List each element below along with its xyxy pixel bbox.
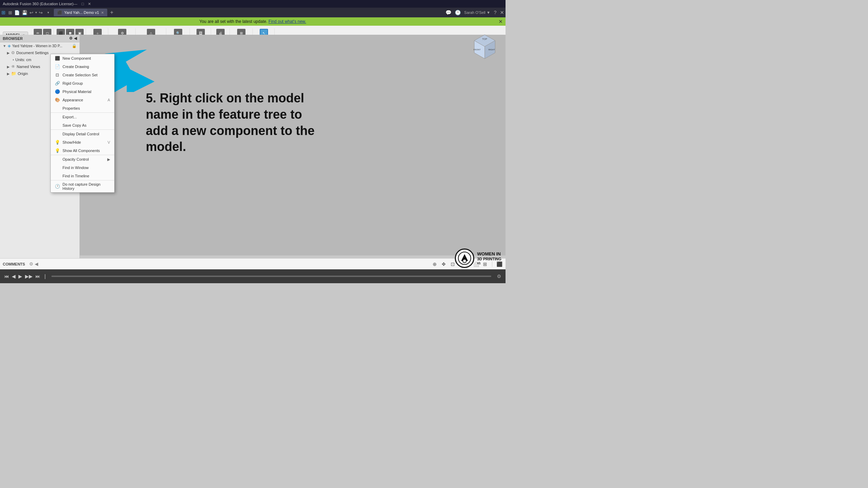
menu-item-create-selection-set[interactable]: ⊡ Create Selection Set	[51, 71, 114, 79]
playback-start-button[interactable]: ⏮	[4, 274, 9, 279]
appearance-icon: 🎨	[55, 98, 60, 102]
menu-item-appearance[interactable]: 🎨 Appearance A	[51, 96, 114, 104]
tab-bar: ⊞ ⊞ 📄 💾 ↩ ▼ ↪ ▼ ⬛ Yard Yah... Demo v1 ✕ …	[0, 8, 506, 17]
tree-label-origin: Origin	[18, 71, 28, 76]
undo-arrow-icon[interactable]: ▼	[35, 11, 37, 14]
menu-item-do-not-capture[interactable]: 🕐 Do not capture Design History	[51, 180, 114, 192]
playback-end-button[interactable]: ⏭	[35, 274, 40, 279]
menu-item-export[interactable]: Export...	[51, 112, 114, 121]
find-window-icon	[55, 165, 60, 170]
tree-lock-icon[interactable]: 🔒	[72, 44, 77, 48]
menu-label-appearance: Appearance	[62, 98, 83, 102]
save-copy-icon	[55, 123, 60, 128]
create-drawing-icon: 📄	[55, 64, 60, 69]
orbit-icon[interactable]: ⊕	[431, 261, 438, 268]
menu-item-physical-material[interactable]: 🔵 Physical Material	[51, 87, 114, 96]
tree-item-root[interactable]: ▼ ◈ Yard Yahtzee - Women in 3D P... 🔒	[0, 42, 80, 49]
quick-access-icon[interactable]: ⊞	[8, 10, 12, 15]
logo-badge: WOMEN IN 3D PRINTING v1	[455, 249, 501, 268]
tree-expand-views[interactable]: ▶	[7, 65, 10, 69]
menu-label-properties: Properties	[62, 106, 80, 110]
menu-label-show-all-components: Show All Components	[62, 149, 100, 153]
properties-icon	[55, 106, 60, 111]
menu-item-properties[interactable]: Properties	[51, 104, 114, 112]
update-message: You are all set with the latest update.	[199, 19, 267, 24]
history-icon: 🕐	[55, 184, 60, 189]
menu-label-find-in-window: Find in Window	[62, 166, 89, 170]
redo-icon[interactable]: ↪	[39, 10, 43, 15]
playback-prev-button[interactable]: ◀	[12, 274, 16, 279]
tree-label-units: Units: cm	[15, 58, 31, 62]
playback-play-button[interactable]: ▶	[18, 274, 22, 279]
menu-label-create-drawing: Create Drawing	[62, 65, 89, 69]
menu-item-display-detail[interactable]: Display Detail Control	[51, 129, 114, 138]
save-icon[interactable]: 💾	[22, 10, 27, 15]
menu-item-show-hide[interactable]: 💡 Show/Hide V	[51, 138, 114, 146]
comments-expand-icon[interactable]: ◀	[35, 261, 38, 267]
tree-icon-root: ◈	[8, 43, 11, 48]
show-all-icon: 💡	[55, 148, 60, 153]
context-menu: ⬛ New Component 📄 Create Drawing ⊡ Creat…	[50, 54, 115, 193]
clock-icon[interactable]: 🕐	[455, 10, 461, 15]
comments-settings-icon[interactable]: ⚙	[29, 261, 33, 267]
menu-label-opacity-control: Opacity Control	[62, 157, 89, 161]
timeline-bar[interactable]	[51, 276, 491, 277]
new-file-icon[interactable]: 📄	[14, 10, 20, 15]
menu-item-save-copy-as[interactable]: Save Copy As	[51, 121, 114, 129]
playback-next-button[interactable]: ▶▶	[25, 274, 33, 279]
opacity-arrow: ▶	[107, 157, 110, 162]
active-tab[interactable]: ⬛ Yard Yah... Demo v1 ✕	[54, 9, 107, 16]
tree-expand-doc[interactable]: ▶	[7, 51, 10, 55]
cube-top-label: TOP	[482, 38, 487, 40]
menu-item-opacity-control[interactable]: Opacity Control ▶	[51, 155, 114, 163]
title-bar-controls[interactable]: — □ ✕	[74, 2, 91, 6]
undo-icon[interactable]: ↩	[30, 10, 33, 15]
update-link[interactable]: Find out what's new.	[268, 19, 306, 24]
title-bar: Autodesk Fusion 360 (Education License) …	[0, 0, 506, 8]
instruction-content: 5. Right click on the model name in the …	[146, 91, 315, 154]
display-detail-icon	[55, 132, 60, 136]
minimize-button[interactable]: —	[74, 2, 77, 6]
logo-sub-text: 3D PRINTING	[477, 257, 501, 261]
cube-right-label: RIGHT	[489, 49, 495, 51]
menu-label-export: Export...	[62, 115, 77, 119]
close-button[interactable]: ✕	[88, 2, 91, 6]
menu-item-show-all-components[interactable]: 💡 Show All Components	[51, 146, 114, 155]
view-cube[interactable]: TOP RIGHT FRONT	[471, 33, 499, 61]
tree-expand-root[interactable]: ▼	[3, 44, 6, 48]
menu-label-find-in-timeline: Find in Timeline	[62, 174, 89, 178]
playback-bar: ⏮ ◀ ▶ ▶▶ ⏭ | ⚙	[0, 269, 506, 283]
create-selection-set-icon: ⊡	[55, 73, 60, 77]
maximize-button[interactable]: □	[82, 2, 84, 6]
browser-settings-icon[interactable]: ⚙	[69, 36, 73, 41]
show-hide-shortcut: V	[108, 140, 110, 144]
chat-icon[interactable]: 💬	[445, 10, 451, 15]
tree-expand-origin[interactable]: ▶	[7, 72, 10, 76]
update-close-button[interactable]: ✕	[499, 19, 503, 24]
menu-label-physical-material: Physical Material	[62, 90, 91, 94]
update-bar: You are all set with the latest update. …	[0, 17, 506, 26]
view-cube-svg: TOP RIGHT FRONT	[471, 33, 499, 61]
new-tab-button[interactable]: +	[110, 9, 113, 16]
menu-item-find-in-timeline[interactable]: Find in Timeline	[51, 172, 114, 180]
appearance-shortcut: A	[108, 98, 110, 102]
window-close-icon[interactable]: ✕	[500, 10, 504, 15]
tree-label-views: Named Views	[17, 65, 40, 69]
menu-item-create-drawing[interactable]: 📄 Create Drawing	[51, 62, 114, 71]
show-hide-icon: 💡	[55, 140, 60, 145]
help-icon[interactable]: ?	[494, 10, 496, 15]
comments-label: COMMENTS	[3, 262, 25, 266]
new-component-icon: ⬛	[55, 56, 60, 61]
tab-close-button[interactable]: ✕	[101, 11, 104, 15]
menu-item-new-component[interactable]: ⬛ New Component	[51, 54, 114, 62]
playback-marker-icon[interactable]: |	[44, 274, 46, 279]
menu-label-rigid-group: Rigid Group	[62, 81, 83, 85]
redo-arrow-icon[interactable]: ▼	[47, 11, 50, 14]
browser-collapse-icon[interactable]: ◀	[74, 36, 77, 41]
pan-icon[interactable]: ✥	[440, 261, 447, 268]
menu-item-rigid-group[interactable]: 🔗 Rigid Group	[51, 79, 114, 87]
menu-item-find-in-window[interactable]: Find in Window	[51, 163, 114, 172]
playback-settings-icon[interactable]: ⚙	[497, 274, 501, 279]
bottom-toolbar: COMMENTS ⚙ ◀ ⊕ ✥ ⊡ 🔍 ⬜ ⊞ ⬛	[0, 258, 506, 269]
rigid-group-icon: 🔗	[55, 81, 60, 86]
